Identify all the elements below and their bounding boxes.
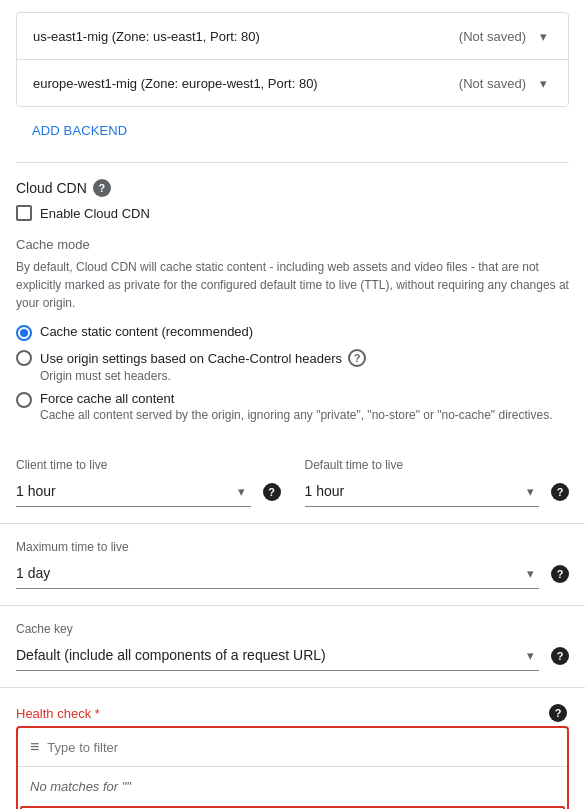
radio-label-3: Force cache all content	[40, 391, 552, 406]
cache-key-value: Default (include all components of a req…	[16, 647, 521, 663]
client-ttl-label: Client time to live	[16, 458, 281, 472]
radio-option-2-content: Use origin settings based on Cache-Contr…	[40, 349, 366, 383]
backend-section: us-east1-mig (Zone: us-east1, Port: 80) …	[16, 12, 569, 107]
cache-key-section: Cache key Default (include all component…	[0, 606, 585, 688]
backend-name-2: europe-west1-mig (Zone: europe-west1, Po…	[33, 76, 318, 91]
add-backend-container: ADD BACKEND	[0, 107, 585, 162]
backend-row-2[interactable]: europe-west1-mig (Zone: europe-west1, Po…	[17, 60, 568, 106]
no-matches-text: No matches for ""	[18, 767, 567, 806]
cache-key-arrow-icon: ▾	[521, 646, 539, 664]
add-backend-button[interactable]: ADD BACKEND	[16, 111, 143, 150]
default-ttl-help-icon[interactable]: ?	[551, 483, 569, 501]
cloud-cdn-section: Cloud CDN ? Enable Cloud CDN	[0, 163, 585, 221]
cloud-cdn-title: Cloud CDN	[16, 180, 87, 196]
enable-cdn-label: Enable Cloud CDN	[40, 206, 150, 221]
radio-option-1-content: Cache static content (recommended)	[40, 324, 253, 339]
default-ttl-group: Default time to live 1 hour ▾ ?	[305, 458, 570, 507]
client-ttl-row: 1 hour ▾ ?	[16, 476, 281, 507]
backend-status-2: (Not saved)	[459, 76, 526, 91]
ttl-row-section: Client time to live 1 hour ▾ ? Default t…	[0, 458, 585, 524]
enable-cdn-row: Enable Cloud CDN	[16, 205, 569, 221]
health-check-header: Health check * ?	[16, 704, 569, 722]
radio-circle-3	[16, 392, 32, 408]
health-check-section: Health check * ? ≡ No matches for "" CRE…	[0, 688, 585, 809]
radio-circle-2	[16, 350, 32, 366]
radio-2-help-icon[interactable]: ?	[348, 349, 366, 367]
cloud-cdn-title-row: Cloud CDN ?	[16, 179, 569, 197]
health-check-asterisk: *	[91, 706, 100, 721]
client-ttl-group: Client time to live 1 hour ▾ ?	[16, 458, 281, 507]
backend-row-2-right: (Not saved) ▾	[459, 74, 552, 92]
radio-sublabel-3: Cache all content served by the origin, …	[40, 408, 552, 422]
health-check-dropdown-area: ≡ No matches for "" CREATE A HEALTH CHEC…	[16, 726, 569, 809]
filter-input[interactable]	[47, 740, 555, 755]
backend-name-1: us-east1-mig (Zone: us-east1, Port: 80)	[33, 29, 260, 44]
backend-row-1[interactable]: us-east1-mig (Zone: us-east1, Port: 80) …	[17, 13, 568, 60]
max-ttl-section: Maximum time to live 1 day ▾ ?	[0, 524, 585, 606]
default-ttl-value: 1 hour	[305, 483, 516, 499]
cache-key-label: Cache key	[16, 622, 569, 636]
radio-circle-1	[16, 325, 32, 341]
filter-icon: ≡	[30, 738, 39, 756]
max-ttl-label: Maximum time to live	[16, 540, 569, 554]
default-ttl-row: 1 hour ▾ ?	[305, 476, 570, 507]
radio-label-2: Use origin settings based on Cache-Contr…	[40, 351, 342, 366]
max-ttl-row: 1 day ▾ ?	[16, 558, 569, 589]
cache-mode-title: Cache mode	[16, 237, 569, 252]
page-container: us-east1-mig (Zone: us-east1, Port: 80) …	[0, 12, 585, 809]
ttl-dropdowns-row: Client time to live 1 hour ▾ ? Default t…	[16, 458, 569, 507]
max-ttl-arrow-icon: ▾	[521, 564, 539, 582]
cache-key-row: Default (include all components of a req…	[16, 640, 569, 671]
max-ttl-dropdown[interactable]: 1 day ▾	[16, 558, 539, 589]
chevron-down-icon-1: ▾	[534, 27, 552, 45]
client-ttl-arrow-icon: ▾	[233, 482, 251, 500]
radio-option-3[interactable]: Force cache all content Cache all conten…	[16, 391, 569, 422]
radio-label-1: Cache static content (recommended)	[40, 324, 253, 339]
radio-option-3-content: Force cache all content Cache all conten…	[40, 391, 552, 422]
filter-area: ≡	[18, 728, 567, 767]
default-ttl-arrow-icon: ▾	[521, 482, 539, 500]
chevron-down-icon-2: ▾	[534, 74, 552, 92]
client-ttl-help-icon[interactable]: ?	[263, 483, 281, 501]
default-ttl-label: Default time to live	[305, 458, 570, 472]
client-ttl-dropdown[interactable]: 1 hour ▾	[16, 476, 251, 507]
radio-option-2[interactable]: Use origin settings based on Cache-Contr…	[16, 349, 569, 383]
cache-key-help-icon[interactable]: ?	[551, 647, 569, 665]
client-ttl-value: 1 hour	[16, 483, 227, 499]
max-ttl-help-icon[interactable]: ?	[551, 565, 569, 583]
health-check-title: Health check *	[16, 706, 100, 721]
health-check-help-icon[interactable]: ?	[549, 704, 567, 722]
backend-row-1-right: (Not saved) ▾	[459, 27, 552, 45]
enable-cdn-checkbox[interactable]	[16, 205, 32, 221]
cache-mode-description: By default, Cloud CDN will cache static …	[16, 258, 569, 312]
radio-sublabel-2: Origin must set headers.	[40, 369, 366, 383]
default-ttl-dropdown[interactable]: 1 hour ▾	[305, 476, 540, 507]
max-ttl-value: 1 day	[16, 565, 521, 581]
cache-mode-section: Cache mode By default, Cloud CDN will ca…	[0, 237, 585, 442]
cloud-cdn-help-icon[interactable]: ?	[93, 179, 111, 197]
radio-option-1[interactable]: Cache static content (recommended)	[16, 324, 569, 341]
backend-status-1: (Not saved)	[459, 29, 526, 44]
cache-key-dropdown[interactable]: Default (include all components of a req…	[16, 640, 539, 671]
